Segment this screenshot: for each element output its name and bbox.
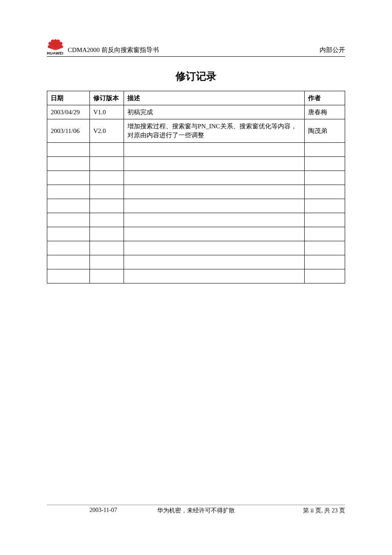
cell-date <box>47 143 90 157</box>
cell-desc <box>124 213 305 227</box>
cell-version <box>90 157 124 171</box>
revision-table: 日期 修订版本 描述 作者 2003/04/29 V1.0 初稿完成 唐春梅 2… <box>47 91 345 283</box>
cell-date: 2003/11/06 <box>47 119 90 143</box>
cell-version: V1.0 <box>90 105 124 119</box>
cell-author <box>305 143 345 157</box>
logo-text: HUAWEI <box>47 51 63 55</box>
cell-version <box>90 185 124 199</box>
col-header-version: 修订版本 <box>90 91 124 105</box>
cell-version <box>90 227 124 241</box>
table-row <box>47 157 345 171</box>
footer-center: 华为机密，未经许可不得扩散 <box>157 507 235 515</box>
page-footer: 2003-11-07 华为机密，未经许可不得扩散 第 ii 页, 共 23 页 <box>47 505 345 515</box>
col-header-date: 日期 <box>47 91 90 105</box>
cell-version <box>90 143 124 157</box>
table-row <box>47 213 345 227</box>
table-row: 2003/11/06 V2.0 增加搜索过程、搜索窗与PN_INC关系、搜索窗优… <box>47 119 345 143</box>
cell-desc: 增加搜索过程、搜索窗与PN_INC关系、搜索窗优化等内容，对原由内容进行了一些调… <box>124 119 305 143</box>
cell-version <box>90 213 124 227</box>
cell-desc <box>124 157 305 171</box>
col-header-author: 作者 <box>305 91 345 105</box>
cell-author <box>305 199 345 213</box>
cell-author <box>305 255 345 269</box>
cell-author: 唐春梅 <box>305 105 345 119</box>
cell-desc <box>124 227 305 241</box>
cell-date <box>47 227 90 241</box>
table-row <box>47 199 345 213</box>
cell-author <box>305 157 345 171</box>
page-title: 修订记录 <box>47 69 345 83</box>
table-header-row: 日期 修订版本 描述 作者 <box>47 91 345 105</box>
table-row <box>47 227 345 241</box>
footer-page: 第 ii 页, 共 23 页 <box>303 507 345 515</box>
cell-author <box>305 227 345 241</box>
cell-date <box>47 269 90 283</box>
cell-date: 2003/04/29 <box>47 105 90 119</box>
cell-author <box>305 213 345 227</box>
cell-version <box>90 199 124 213</box>
logo-container: HUAWEI <box>47 38 63 55</box>
cell-version <box>90 269 124 283</box>
cell-author <box>305 241 345 255</box>
cell-date <box>47 171 90 185</box>
header-title: CDMA2000 前反向搜索窗指导书 <box>68 46 320 55</box>
cell-desc <box>124 269 305 283</box>
cell-version <box>90 171 124 185</box>
cell-date <box>47 241 90 255</box>
table-row <box>47 185 345 199</box>
table-row <box>47 269 345 283</box>
cell-date <box>47 255 90 269</box>
huawei-logo-icon <box>48 38 63 50</box>
cell-desc <box>124 255 305 269</box>
col-header-desc: 描述 <box>124 91 305 105</box>
cell-author <box>305 171 345 185</box>
table-row <box>47 171 345 185</box>
header-tag: 内部公开 <box>320 46 345 55</box>
cell-date <box>47 213 90 227</box>
table-row <box>47 143 345 157</box>
cell-author: 陶茂弟 <box>305 119 345 143</box>
cell-author <box>305 269 345 283</box>
document-page: HUAWEI CDMA2000 前反向搜索窗指导书 内部公开 修订记录 日期 修… <box>0 0 392 555</box>
cell-desc <box>124 199 305 213</box>
cell-author <box>305 185 345 199</box>
table-row <box>47 241 345 255</box>
cell-date <box>47 199 90 213</box>
table-row: 2003/04/29 V1.0 初稿完成 唐春梅 <box>47 105 345 119</box>
cell-version <box>90 255 124 269</box>
footer-date: 2003-11-07 <box>47 507 117 515</box>
table-row <box>47 255 345 269</box>
cell-desc <box>124 171 305 185</box>
cell-version <box>90 241 124 255</box>
cell-desc: 初稿完成 <box>124 105 305 119</box>
cell-version: V2.0 <box>90 119 124 143</box>
cell-desc <box>124 143 305 157</box>
page-header: HUAWEI CDMA2000 前反向搜索窗指导书 内部公开 <box>47 38 345 57</box>
cell-date <box>47 157 90 171</box>
cell-desc <box>124 185 305 199</box>
cell-date <box>47 185 90 199</box>
cell-desc <box>124 241 305 255</box>
